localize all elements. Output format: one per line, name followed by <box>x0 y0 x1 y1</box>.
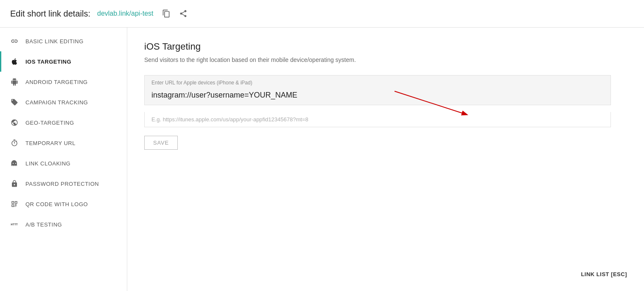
ios-url-input[interactable] <box>145 88 610 105</box>
sidebar-item-password-protection[interactable]: PASSWORD PROTECTION <box>0 173 127 194</box>
main-layout: BASIC LINK EDITING IOS TARGETING ANDROID… <box>0 28 644 291</box>
content-title: iOS Targeting <box>144 41 627 52</box>
sidebar-item-link-cloaking[interactable]: LINK CLOAKING <box>0 153 127 173</box>
example-text: E.g. https://itunes.apple.com/us/app/you… <box>144 112 611 127</box>
sidebar-label-basic: BASIC LINK EDITING <box>25 38 84 45</box>
sidebar-item-geo-targeting[interactable]: GEO-TARGETING <box>0 112 127 133</box>
short-link[interactable]: devlab.link/api-test <box>97 10 154 17</box>
link-list-button[interactable]: LINK LIST [ESC] <box>581 271 627 277</box>
sidebar-label-password: PASSWORD PROTECTION <box>25 181 99 187</box>
sidebar-label-android: ANDROID TARGETING <box>25 79 88 85</box>
copy-button[interactable] <box>160 8 172 20</box>
sidebar-label-cloaking: LINK CLOAKING <box>25 160 70 167</box>
android-icon <box>10 78 19 86</box>
sidebar-item-temporary-url[interactable]: TEMPORARY URL <box>0 133 127 153</box>
ghost-icon <box>10 159 19 168</box>
sidebar-item-campaign-tracking[interactable]: CAMPAIGN TRACKING <box>0 92 127 112</box>
sidebar: BASIC LINK EDITING IOS TARGETING ANDROID… <box>0 28 127 291</box>
header-icons <box>160 8 189 20</box>
sidebar-item-ab-testing[interactable]: A/B TESTING <box>0 214 127 235</box>
lock-icon <box>10 179 19 188</box>
sidebar-label-qr: QR CODE WITH LOGO <box>25 201 88 207</box>
sidebar-item-qr-code[interactable]: QR CODE WITH LOGO <box>0 194 127 214</box>
ab-icon <box>10 220 19 229</box>
sidebar-item-ios-targeting[interactable]: IOS TARGETING <box>0 51 127 72</box>
page-title: Edit short link details: <box>10 9 90 19</box>
share-icon <box>179 9 188 18</box>
url-input-wrapper: Enter URL for Apple devices (iPhone & iP… <box>144 75 611 105</box>
sidebar-item-android-targeting[interactable]: ANDROID TARGETING <box>0 72 127 92</box>
copy-icon <box>162 9 171 18</box>
save-button-label: SAVE <box>153 140 169 146</box>
input-label: Enter URL for Apple devices (iPhone & iP… <box>145 76 610 88</box>
content-description: Send visitors to the right location base… <box>144 56 627 63</box>
apple-icon <box>10 57 19 66</box>
globe-icon <box>10 118 19 127</box>
qr-icon <box>10 200 19 208</box>
sidebar-label-ab: A/B TESTING <box>25 221 62 228</box>
tag-icon <box>10 98 19 106</box>
sidebar-label-campaign: CAMPAIGN TRACKING <box>25 99 88 106</box>
sidebar-item-basic-link-editing[interactable]: BASIC LINK EDITING <box>0 31 127 51</box>
share-button[interactable] <box>177 8 189 20</box>
sidebar-label-ios: IOS TARGETING <box>25 59 71 65</box>
sidebar-label-temporary: TEMPORARY URL <box>25 140 76 146</box>
header: Edit short link details: devlab.link/api… <box>0 0 644 28</box>
timer-icon <box>10 139 19 147</box>
link-icon <box>10 37 19 45</box>
save-button[interactable]: SAVE <box>144 136 178 150</box>
main-content: iOS Targeting Send visitors to the right… <box>127 28 644 291</box>
sidebar-label-geo: GEO-TARGETING <box>25 120 74 126</box>
